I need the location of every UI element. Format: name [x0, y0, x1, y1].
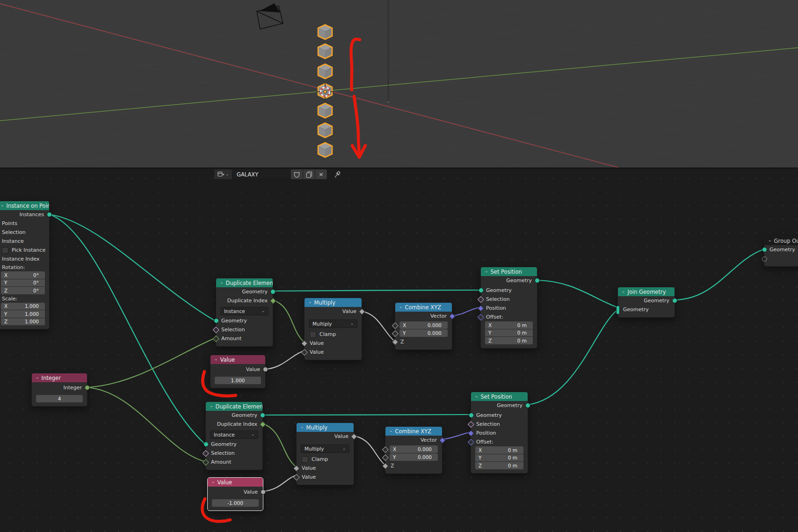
node-instance-on-points[interactable]: ⌄Instance on Points Instances Points Sel…	[0, 201, 50, 329]
pick-instance-checkbox[interactable]	[2, 247, 8, 254]
value-field[interactable]: 1.000	[215, 377, 261, 384]
collapse-chevron-icon[interactable]: ⌄	[389, 429, 393, 433]
pin-toggle[interactable]	[333, 169, 341, 180]
offset-z-field[interactable]: Z0 m	[485, 337, 533, 344]
collapse-chevron-icon[interactable]: ⌄	[210, 404, 213, 408]
x-field[interactable]: X0.000	[399, 321, 448, 329]
node-value-bottom[interactable]: ⌄Value Value -1.000	[207, 477, 263, 511]
collapse-chevron-icon[interactable]: ⌄	[0, 203, 4, 207]
node-header[interactable]: ⌄Value	[208, 478, 263, 487]
y-field[interactable]: Y0.000	[390, 453, 438, 461]
node-duplicate-elements-bottom[interactable]: ⌄Duplicate Elements Geometry Duplicate I…	[205, 401, 263, 470]
value-field[interactable]: -1.000	[212, 499, 259, 507]
node-header[interactable]: ⌄Integer	[32, 373, 87, 382]
viewport-3d[interactable]	[0, 0, 798, 168]
socket-virtual-input[interactable]	[762, 256, 767, 262]
socket-geometry-output[interactable]	[270, 289, 276, 294]
scale-x-field[interactable]: X1.000	[1, 303, 45, 310]
socket-label: Geometry	[506, 277, 532, 284]
new-copy-button[interactable]	[303, 169, 315, 180]
node-value-top[interactable]: ⌄Value Value 1.000	[210, 355, 266, 388]
clamp-checkbox[interactable]	[310, 331, 316, 338]
socket-geometry-output[interactable]	[535, 278, 540, 283]
node-integer[interactable]: ⌄Integer Integer 4	[31, 373, 87, 407]
socket-value-output[interactable]	[263, 367, 268, 372]
node-header[interactable]: ⌄Combine XYZ	[385, 427, 442, 436]
node-join-geometry[interactable]: ⌄Join Geometry Geometry Geometry	[617, 287, 675, 318]
node-set-position-bottom[interactable]: ⌄Set Position Geometry Geometry Selectio…	[471, 392, 528, 474]
fake-user-shield-button[interactable]	[291, 169, 303, 180]
collapse-chevron-icon[interactable]: ⌄	[622, 289, 625, 293]
collapse-chevron-icon[interactable]: ⌄	[399, 305, 403, 309]
axis-label: X	[4, 303, 7, 309]
socket-geometry-output[interactable]	[525, 403, 530, 408]
camera-gizmo[interactable]	[257, 4, 283, 29]
rotation-y-field[interactable]: Y0°	[1, 279, 45, 287]
collapse-chevron-icon[interactable]: ⌄	[475, 394, 479, 398]
collapse-chevron-icon[interactable]: ⌄	[211, 480, 215, 484]
collapse-chevron-icon[interactable]: ⌄	[485, 269, 488, 273]
integer-value-field[interactable]: 4	[36, 395, 83, 402]
socket-geometry-output[interactable]	[260, 413, 265, 418]
x-field[interactable]: X0.000	[390, 445, 438, 453]
collapse-chevron-icon[interactable]: ⌄	[220, 280, 224, 284]
axis-label: Z	[4, 319, 7, 324]
node-header[interactable]: ⌄Instance on Points	[0, 201, 49, 210]
rotation-z-field[interactable]: Z0°	[1, 287, 45, 294]
socket-label: Geometry	[476, 412, 502, 418]
chevron-down-icon: ⌄	[225, 173, 229, 176]
offset-y-field[interactable]: Y0 m	[485, 329, 533, 337]
domain-dropdown[interactable]: Instance⌄	[220, 307, 268, 315]
collapse-chevron-icon[interactable]: ⌄	[768, 238, 772, 242]
socket-geometry-output[interactable]	[672, 298, 677, 303]
scale-z-field[interactable]: Z1.000	[1, 318, 45, 326]
node-header[interactable]: ⌄Multiply	[297, 423, 354, 432]
browse-nodetree-button[interactable]: ⌄	[214, 169, 232, 180]
collapse-chevron-icon[interactable]: ⌄	[214, 357, 218, 361]
domain-dropdown[interactable]: Instance⌄	[210, 430, 258, 439]
collapse-chevron-icon[interactable]: ⌄	[36, 375, 39, 379]
node-title: Group Output	[774, 238, 798, 244]
node-duplicate-elements-top[interactable]: ⌄Duplicate Elements Geometry Duplicate I…	[216, 278, 273, 347]
socket-geometry-input[interactable]	[203, 442, 209, 447]
collapse-chevron-icon[interactable]: ⌄	[308, 300, 312, 304]
tree-name-field[interactable]: GALAXY	[232, 169, 291, 180]
socket-integer-output[interactable]	[85, 385, 90, 390]
socket-geometry-multi-input[interactable]	[616, 306, 620, 314]
node-header[interactable]: ⌄Duplicate Elements	[216, 278, 273, 287]
socket-geometry-input[interactable]	[762, 247, 767, 252]
operation-dropdown[interactable]: Multiply⌄	[301, 445, 349, 453]
node-header[interactable]: ⌄Duplicate Elements	[206, 402, 262, 411]
node-multiply-top[interactable]: ⌄Multiply Value Multiply⌄ Clamp Value Va…	[304, 298, 362, 360]
node-header[interactable]: ⌄Value	[210, 355, 265, 364]
collapse-chevron-icon[interactable]: ⌄	[300, 425, 304, 429]
socket-geometry-input[interactable]	[469, 413, 474, 418]
y-field[interactable]: Y0.000	[399, 329, 448, 337]
node-multiply-bottom[interactable]: ⌄Multiply Value Multiply⌄ Clamp Value Va…	[296, 423, 354, 485]
node-header[interactable]: ⌄Join Geometry	[618, 287, 675, 296]
socket-geometry-input[interactable]	[214, 318, 219, 323]
offset-y-field[interactable]: Y0 m	[475, 454, 523, 462]
offset-x-field[interactable]: X0 m	[475, 446, 523, 454]
node-header[interactable]: ⌄Multiply	[305, 298, 362, 307]
socket-value-output[interactable]	[261, 489, 266, 495]
rotation-x-field[interactable]: X0°	[1, 271, 45, 279]
scale-y-field[interactable]: Y1.000	[1, 310, 45, 318]
node-header[interactable]: ⌄Group Output	[764, 236, 798, 245]
x-input-row: X0.000	[395, 321, 452, 329]
node-set-position-top[interactable]: ⌄Set Position Geometry Geometry Selectio…	[480, 267, 537, 349]
node-combine-xyz-top[interactable]: ⌄Combine XYZ Vector X0.000 Y0.000 Z	[395, 302, 452, 350]
clamp-checkbox[interactable]	[302, 456, 308, 463]
node-group-output[interactable]: ⌄Group Output Geometry	[764, 236, 798, 267]
operation-dropdown[interactable]: Multiply⌄	[309, 320, 357, 328]
offset-z-field[interactable]: Z0 m	[475, 462, 523, 469]
node-header[interactable]: ⌄Set Position	[481, 267, 537, 276]
nodetree-icon	[218, 171, 225, 177]
offset-x-field[interactable]: X0 m	[485, 321, 533, 329]
unlink-button[interactable]: ×	[315, 169, 327, 180]
node-header[interactable]: ⌄Combine XYZ	[395, 303, 452, 312]
socket-geometry-input[interactable]	[479, 288, 484, 293]
node-header[interactable]: ⌄Set Position	[471, 392, 528, 401]
socket-instances-output[interactable]	[47, 212, 52, 217]
node-combine-xyz-bottom[interactable]: ⌄Combine XYZ Vector X0.000 Y0.000 Z	[385, 426, 443, 474]
